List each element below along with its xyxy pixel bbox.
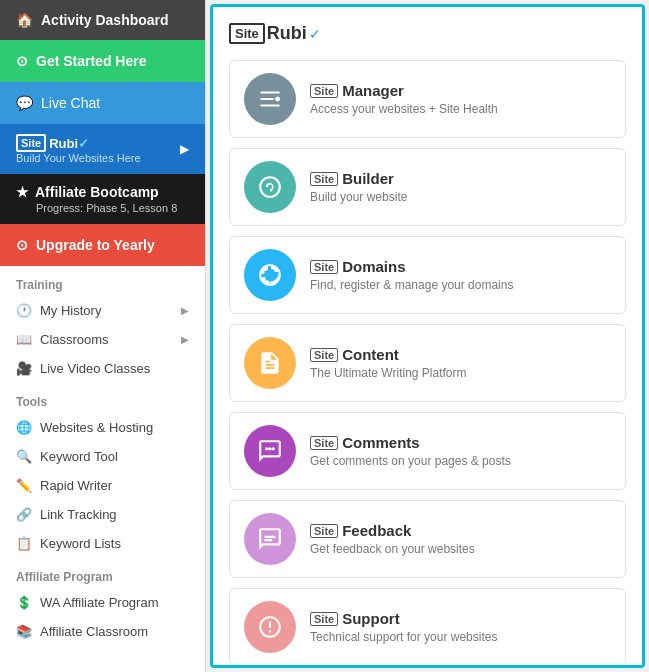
content-desc: The Ultimate Writing Platform [310,366,467,380]
upgrade-label: Upgrade to Yearly [36,237,155,253]
sidebar-item-activity-dashboard[interactable]: 🏠 Activity Dashboard [0,0,205,40]
comments-icon [244,425,296,477]
feedback-desc: Get feedback on your websites [310,542,475,556]
websites-hosting-label: Websites & Hosting [40,420,153,435]
my-history-label: My History [40,303,101,318]
domains-text: Site Domains Find, register & manage you… [310,258,513,292]
comments-site-tag: Site [310,436,338,450]
feedback-site-tag: Site [310,524,338,538]
builder-title: Builder [342,170,394,187]
sidebar-item-classrooms[interactable]: 📖 Classrooms ▶ [0,325,205,354]
builder-desc: Build your website [310,190,407,204]
card-feedback[interactable]: Site Feedback Get feedback on your websi… [229,500,626,578]
clock-icon: 🕐 [16,303,32,318]
pencil-icon: ✏️ [16,478,32,493]
cards-container: Site Manager Access your websites + Site… [229,60,626,666]
siterubix-site-tag: Site [16,134,46,152]
globe-icon: 🌐 [16,420,32,435]
get-started-label: Get Started Here [36,53,146,69]
support-site-tag: Site [310,612,338,626]
siterubix-logo: Site Rubi ✓ [229,23,626,44]
domains-icon [244,249,296,301]
card-support[interactable]: Site Support Technical support for your … [229,588,626,666]
upgrade-icon: ⊙ [16,237,28,253]
card-content[interactable]: Site Content The Ultimate Writing Platfo… [229,324,626,402]
affiliate-progress: Progress: Phase 5, Lesson 8 [16,202,189,214]
feedback-icon [244,513,296,565]
home-icon: 🏠 [16,12,33,28]
sidebar-item-wa-affiliate[interactable]: 💲 WA Affiliate Program [0,588,205,617]
card-domains[interactable]: Site Domains Find, register & manage you… [229,236,626,314]
chevron-right-icon: ▶ [181,334,189,345]
sidebar: 🏠 Activity Dashboard ⊙ Get Started Here … [0,0,206,672]
svg-rect-2 [260,104,280,106]
card-builder[interactable]: Site Builder Build your website [229,148,626,226]
comments-title: Comments [342,434,420,451]
wa-affiliate-label: WA Affiliate Program [40,595,159,610]
rapid-writer-label: Rapid Writer [40,478,112,493]
sidebar-item-live-video[interactable]: 🎥 Live Video Classes [0,354,205,383]
siterubix-sub-label: Build Your Websites Here [16,152,141,164]
sidebar-item-upgrade[interactable]: ⊙ Upgrade to Yearly [0,224,205,266]
card-comments[interactable]: Site Comments Get comments on your pages… [229,412,626,490]
sidebar-item-my-history[interactable]: 🕐 My History ▶ [0,296,205,325]
content-title: Content [342,346,399,363]
manager-site-tag: Site [310,84,338,98]
support-desc: Technical support for your websites [310,630,497,644]
keyword-tool-label: Keyword Tool [40,449,118,464]
content-site-tag: Site [310,348,338,362]
main-content: Site Rubi ✓ Site Manager Access your web… [210,4,645,668]
dollar-icon: 💲 [16,595,32,610]
domains-desc: Find, register & manage your domains [310,278,513,292]
list-icon: 📋 [16,536,32,551]
book-icon: 📖 [16,332,32,347]
support-icon [244,601,296,653]
builder-text: Site Builder Build your website [310,170,407,204]
sidebar-item-live-chat[interactable]: 💬 Live Chat [0,82,205,124]
chevron-right-icon: ▶ [181,305,189,316]
content-text: Site Content The Ultimate Writing Platfo… [310,346,467,380]
sidebar-item-keyword-lists[interactable]: 📋 Keyword Lists [0,529,205,558]
sidebar-item-websites-hosting[interactable]: 🌐 Websites & Hosting [0,413,205,442]
sidebar-item-link-tracking[interactable]: 🔗 Link Tracking [0,500,205,529]
sidebar-item-rapid-writer[interactable]: ✏️ Rapid Writer [0,471,205,500]
activity-dashboard-label: Activity Dashboard [41,12,169,28]
support-title: Support [342,610,400,627]
builder-site-tag: Site [310,172,338,186]
link-icon: 🔗 [16,507,32,522]
live-video-label: Live Video Classes [40,361,150,376]
tools-section-label: Tools [0,383,205,413]
domains-site-tag: Site [310,260,338,274]
sidebar-item-get-started[interactable]: ⊙ Get Started Here [0,40,205,82]
manager-text: Site Manager Access your websites + Site… [310,82,498,116]
affiliate-section-label: Affiliate Program [0,558,205,588]
siterubix-name: Rubi✓ [49,136,89,151]
svg-point-3 [274,96,281,103]
search-icon: 🔍 [16,449,32,464]
support-text: Site Support Technical support for your … [310,610,497,644]
sidebar-item-affiliate-bootcamp[interactable]: ★ Affiliate Bootcamp Progress: Phase 5, … [0,174,205,224]
svg-point-5 [268,447,271,450]
live-chat-label: Live Chat [41,95,100,111]
sidebar-item-affiliate-classroom[interactable]: 📚 Affiliate Classroom [0,617,205,646]
chevron-right-icon: ▶ [180,142,189,156]
affiliate-classroom-label: Affiliate Classroom [40,624,148,639]
site-logo-site-tag: Site [229,23,265,44]
sidebar-item-siterubix[interactable]: Site Rubi✓ Build Your Websites Here ▶ [0,124,205,174]
comments-text: Site Comments Get comments on your pages… [310,434,511,468]
feedback-title: Feedback [342,522,411,539]
training-section-label: Training [0,266,205,296]
manager-title: Manager [342,82,404,99]
video-icon: 🎥 [16,361,32,376]
manager-desc: Access your websites + Site Health [310,102,498,116]
svg-point-6 [272,447,275,450]
feedback-text: Site Feedback Get feedback on your websi… [310,522,475,556]
svg-point-4 [265,447,268,450]
sidebar-item-keyword-tool[interactable]: 🔍 Keyword Tool [0,442,205,471]
site-logo-rubix: Rubi [267,23,307,44]
content-icon [244,337,296,389]
builder-icon [244,161,296,213]
svg-rect-1 [260,98,275,100]
card-manager[interactable]: Site Manager Access your websites + Site… [229,60,626,138]
book2-icon: 📚 [16,624,32,639]
